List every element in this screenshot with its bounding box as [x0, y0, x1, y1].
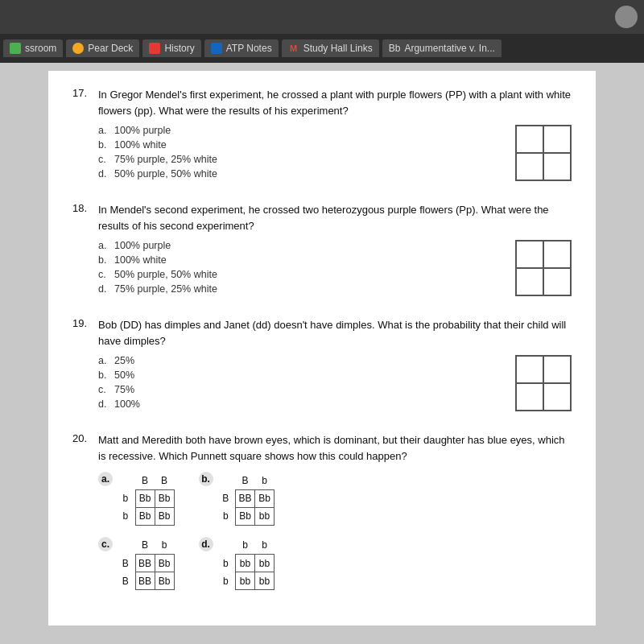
atp-icon: [211, 43, 222, 54]
tab-history[interactable]: History: [142, 39, 200, 57]
q17-option-d: d. 50% purple, 50% white: [98, 168, 483, 180]
question-19: 19. Bob (DD) has dimples and Janet (dd) …: [72, 317, 572, 413]
tab-gmail-label: Study Hall Links: [303, 43, 373, 54]
tab-classroom-label: ssroom: [25, 43, 56, 54]
q20-text: Matt and Meredith both have brown eyes, …: [98, 432, 572, 464]
q20-punnetts-row2: c. B b B BB Bb: [98, 537, 572, 591]
q19-options: a. 25% b. 50% c. 75% d. 100%: [98, 355, 483, 413]
q18-text: In Mendel's second experiment, he crosse…: [98, 202, 572, 233]
question-20: 20. Matt and Meredith both have brown ey…: [72, 432, 572, 590]
question-18-row: 18. In Mendel's second experiment, he cr…: [72, 202, 572, 233]
q18-content: a. 100% purple b. 100% white c. 50% purp…: [98, 240, 572, 298]
tab-peardeck[interactable]: Pear Deck: [66, 39, 139, 57]
q20-punnett-a: a. B B b Bb Bb: [98, 472, 175, 526]
punnett-result-cell: BB: [135, 555, 155, 572]
punnett-result-cell: Bb: [155, 555, 174, 572]
q17-option-c: c. 75% purple, 25% white: [98, 154, 483, 165]
punnett-result-cell: Bb: [236, 507, 255, 525]
col-header: B: [236, 472, 255, 489]
q20-table-b: B b B BB Bb b Bb: [217, 472, 275, 526]
q18-opt-b-letter: b.: [98, 254, 109, 266]
q18-opt-a-letter: a.: [98, 240, 109, 251]
q17-option-a: a. 100% purple: [98, 125, 483, 136]
q20-label-d: d.: [199, 537, 213, 551]
q17-opt-b-letter: b.: [98, 139, 109, 151]
q18-punnett: [515, 240, 572, 296]
history-icon: [149, 43, 160, 54]
punnett-cell: [516, 241, 543, 268]
q17-opt-d-letter: d.: [98, 168, 109, 180]
q20-punnett-d: d. b b b bb bb: [199, 537, 275, 591]
row-header: b: [116, 489, 135, 507]
punnett-cell: [543, 241, 571, 268]
gmail-icon: M: [288, 43, 299, 54]
punnett-result-cell: Bb: [135, 507, 155, 525]
q18-option-d: d. 75% purple, 25% white: [98, 283, 483, 295]
q20-label-a: a.: [98, 472, 113, 486]
corner-cell: [116, 537, 135, 555]
col-header: b: [255, 472, 275, 489]
q18-opt-d-text: 75% purple, 25% white: [114, 283, 217, 295]
punnett-result-cell: Bb: [155, 507, 174, 525]
q18-options: a. 100% purple b. 100% white c. 50% purp…: [98, 240, 483, 298]
q17-content: a. 100% purple b. 100% white c. 75% purp…: [98, 125, 572, 183]
col-header: B: [135, 537, 155, 555]
q18-opt-c-letter: c.: [98, 269, 109, 280]
q17-opt-b-text: 100% white: [114, 139, 167, 151]
q17-text: In Gregor Mendel's first experiment, he …: [98, 87, 572, 118]
punnett-cell: [543, 383, 571, 411]
browser-toolbar: [0, 0, 644, 34]
tab-atp[interactable]: ATP Notes: [204, 39, 279, 57]
question-19-row: 19. Bob (DD) has dimples and Janet (dd) …: [72, 317, 572, 349]
tab-gmail[interactable]: M Study Hall Links: [282, 39, 379, 57]
q18-number: 18.: [72, 202, 89, 214]
corner-cell: [116, 472, 135, 489]
corner-cell: [217, 472, 236, 489]
corner-cell: [217, 537, 236, 555]
q20-label-b: b.: [199, 472, 213, 486]
question-17-row: 17. In Gregor Mendel's first experiment,…: [72, 87, 572, 118]
q17-number: 17.: [72, 87, 89, 99]
row-header: B: [116, 572, 135, 590]
q19-option-b: b. 50%: [98, 369, 483, 381]
q19-opt-c-text: 75%: [114, 384, 134, 395]
q17-opt-c-text: 75% purple, 25% white: [114, 154, 217, 165]
punnett-result-cell: bb: [255, 572, 275, 590]
q19-option-d: d. 100%: [98, 398, 483, 410]
q20-punnett-c: c. B b B BB Bb: [98, 537, 175, 591]
row-header: b: [217, 572, 236, 590]
punnett-result-cell: Bb: [155, 489, 174, 507]
avatar: [615, 6, 638, 28]
q19-punnett: [515, 355, 572, 411]
punnett-result-cell: BB: [236, 489, 255, 507]
q17-opt-c-letter: c.: [98, 154, 109, 165]
punnett-result-cell: Bb: [135, 489, 155, 507]
col-header: B: [155, 472, 174, 489]
q19-opt-c-letter: c.: [98, 384, 109, 395]
row-header: B: [116, 555, 135, 572]
classroom-icon: [10, 43, 21, 54]
punnett-cell: [516, 268, 543, 295]
q17-option-b: b. 100% white: [98, 139, 483, 151]
content-area: 17. In Gregor Mendel's first experiment,…: [0, 63, 644, 644]
q19-opt-a-text: 25%: [114, 355, 134, 366]
col-header: b: [236, 537, 255, 555]
q20-punnetts-row1: a. B B b Bb Bb: [98, 472, 572, 526]
punnett-cell: [543, 268, 571, 295]
q19-option-c: c. 75%: [98, 384, 483, 395]
q19-opt-d-letter: d.: [98, 398, 109, 410]
tab-atp-label: ATP Notes: [226, 43, 272, 54]
q19-opt-a-letter: a.: [98, 355, 109, 366]
question-18: 18. In Mendel's second experiment, he cr…: [72, 202, 572, 298]
q17-opt-d-text: 50% purple, 50% white: [114, 168, 217, 180]
row-header: b: [116, 507, 135, 525]
punnett-cell: [516, 126, 543, 153]
q20-table-a: B B b Bb Bb b Bb: [116, 472, 175, 526]
q17-opt-a-letter: a.: [98, 125, 109, 136]
punnett-result-cell: BB: [135, 572, 155, 590]
tab-classroom[interactable]: ssroom: [3, 39, 63, 57]
row-header: b: [217, 555, 236, 572]
q20-punnett-b: b. B b B BB Bb: [199, 472, 275, 526]
punnett-cell: [543, 356, 571, 383]
tab-bb[interactable]: Bb Argumentative v. In...: [382, 39, 502, 57]
